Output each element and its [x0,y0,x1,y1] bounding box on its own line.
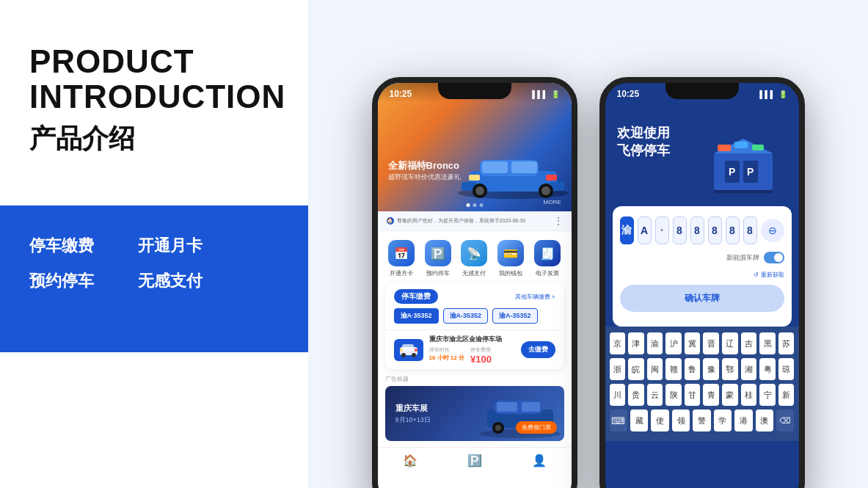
phone-screen-1: 10:25 ▌▌▌ 🔋 [378,83,572,488]
key-su[interactable]: 苏 [778,332,795,354]
key-chuan[interactable]: 川 [610,384,626,406]
key-yu2[interactable]: 豫 [703,358,719,380]
home-icon: 🏠 [403,454,417,467]
key-hu[interactable]: 沪 [665,332,682,354]
refresh-button[interactable]: ↺ 重新获取 [754,271,784,279]
key-liao[interactable]: 辽 [722,332,738,354]
notice-bar: 🏠 尊敬的用户您好，为提升用户体验，系统将于2020-08-30 ⋮ [378,211,572,231]
key-qiong[interactable]: 琼 [778,358,795,380]
title-en-2: INTRODUCTION [29,79,285,114]
plate-dot: · [655,216,669,244]
notch-1 [438,83,511,99]
monthly-label: 开通月卡 [390,269,413,277]
key-wan[interactable]: 皖 [628,358,644,380]
nav-home[interactable]: 🏠 [403,454,417,467]
title-block: PRODUCT INTRODUCTION 产品介绍 [29,44,285,157]
menu-wallet[interactable]: 💳 我的钱包 [497,240,524,277]
plate-d5[interactable]: 8 [743,216,757,244]
key-ji[interactable]: 冀 [685,332,701,354]
key-jing[interactable]: 京 [610,332,626,354]
plate-letter[interactable]: A [638,216,652,244]
key-zang[interactable]: 藏 [630,409,648,431]
key-e[interactable]: 鄂 [722,358,738,380]
keyboard-row-4: ⌨ 藏 使 领 警 学 港 澳 ⌫ [610,409,795,431]
svg-rect-18 [415,349,417,352]
key-xue[interactable]: 学 [714,409,732,431]
key-xiang[interactable]: 湘 [741,358,757,380]
key-shan[interactable]: 陕 [665,384,682,406]
invoice-label: 电子发票 [536,269,559,277]
key-min[interactable]: 闽 [647,358,663,380]
key-gan2[interactable]: 甘 [685,384,701,406]
right-panel: 10:25 ▌▌▌ 🔋 [308,0,868,488]
key-gui[interactable]: 贵 [628,384,644,406]
svg-rect-35 [734,142,748,148]
key-xin[interactable]: 新 [778,384,795,406]
plate-province[interactable]: 渝 [620,216,634,244]
parking-detail: 重庆市渝北区金渝停车场 停车时长 16 小时 12 分 停车费用 ¥100 [429,335,515,365]
notice-text: 尊敬的用户您好，为提升用户体验，系统将于2020-08-30 [397,217,526,225]
key-jing2[interactable]: 警 [693,409,710,431]
ad-banner[interactable]: 重庆车展 9月10+13日 免费领门票 [385,386,564,441]
svg-point-6 [475,186,484,195]
key-ji2[interactable]: 吉 [741,332,757,354]
key-jin[interactable]: 津 [628,332,644,354]
key-gang[interactable]: 港 [734,409,752,431]
notice-more-icon[interactable]: ⋮ [554,216,563,226]
new-energy-toggle[interactable] [764,252,784,263]
welcome-text: 欢迎使用 飞停停车 [617,124,670,159]
key-backspace[interactable]: ⌫ [776,409,794,431]
svg-rect-26 [497,402,517,412]
plate-d2[interactable]: 8 [690,216,704,244]
key-meng[interactable]: 蒙 [722,384,738,406]
menu-invoice[interactable]: 🧾 电子发票 [534,240,561,277]
key-zhe[interactable]: 浙 [610,358,626,380]
plate-tab-1[interactable]: 渝A-35352 [443,308,489,324]
key-yu[interactable]: 渝 [647,332,663,354]
key-qing[interactable]: 青 [703,384,719,406]
nav-profile[interactable]: 👤 [532,454,547,467]
parking-3d-icon: P P [699,124,787,197]
plate-tab-2[interactable]: 渝A-35352 [492,308,538,324]
key-ao[interactable]: 澳 [756,409,773,431]
keyboard-row-2: 浙 皖 闽 赣 鲁 豫 鄂 湘 粤 琼 [610,358,795,380]
signal-icon-2: ▌▌▌ [759,90,775,98]
payment-other[interactable]: 其他车辆缴费 > [515,293,555,301]
plate-d4[interactable]: 8 [726,216,740,244]
key-yue[interactable]: 粤 [759,358,776,380]
plate-tab-0[interactable]: 渝A·35352 [394,308,439,324]
key-ling[interactable]: 领 [672,409,690,431]
plate-d1[interactable]: 8 [673,216,687,244]
ad-ticket-badge[interactable]: 免费领门票 [516,421,557,434]
welcome-line2: 飞停停车 [617,142,670,159]
key-hei[interactable]: 黑 [759,332,776,354]
battery-icon-2: 🔋 [778,90,787,98]
confirm-button[interactable]: 确认车牌 [620,285,784,312]
key-keyboard[interactable]: ⌨ [610,409,627,431]
ad-label: 广告标题 [385,375,564,383]
svg-point-16 [412,353,416,357]
key-jin2[interactable]: 晋 [703,332,719,354]
svg-text:P: P [729,166,735,178]
pay-button[interactable]: 去缴费 [521,341,555,358]
menu-row: 📅 开通月卡 🅿️ 预约停车 📡 无感支付 💳 我的钱包 🧾 电子 [378,231,572,283]
menu-seamless[interactable]: 📡 无感支付 [461,240,487,277]
parking-name: 重庆市渝北区金渝停车场 [429,335,515,344]
hero-title: 全新福特Bronco [388,159,461,172]
nav-parking[interactable]: 🅿️ [467,454,482,467]
key-gui2[interactable]: 桂 [741,384,757,406]
signal-icon: ▌▌▌ [532,90,547,98]
time-1: 10:25 [390,89,412,99]
keyboard-row-3: 川 贵 云 陕 甘 青 蒙 桂 宁 新 [610,384,795,406]
key-shi[interactable]: 使 [651,409,668,431]
plate-delete-btn[interactable]: ⊖ [761,219,784,242]
ad-text-block: 重庆车展 9月10+13日 [385,396,441,432]
svg-rect-17 [400,349,403,352]
key-ning[interactable]: 宁 [759,384,776,406]
key-yun[interactable]: 云 [647,384,663,406]
menu-monthly[interactable]: 📅 开通月卡 [388,240,415,277]
menu-reserve[interactable]: 🅿️ 预约停车 [425,240,451,277]
key-gan[interactable]: 赣 [665,358,682,380]
key-lu[interactable]: 鲁 [685,358,701,380]
plate-d3[interactable]: 8 [708,216,722,244]
